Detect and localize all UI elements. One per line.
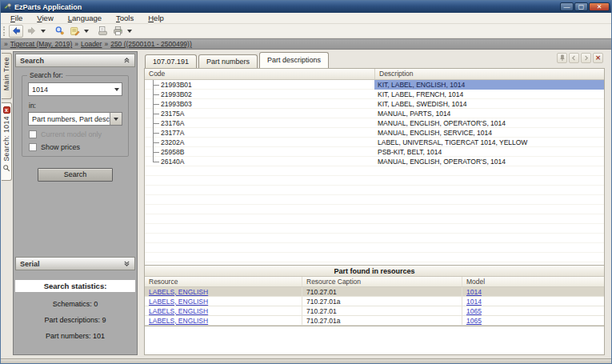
checkbox-icon[interactable] bbox=[29, 143, 37, 151]
column-header-description[interactable]: Description bbox=[374, 69, 604, 79]
table-row[interactable]: 23202ALABEL, UNIVERSAL, TIGERCAT 1014, Y… bbox=[145, 138, 604, 147]
column-header-code[interactable]: Code bbox=[145, 69, 374, 79]
magnifier-icon bbox=[2, 164, 10, 172]
model-link[interactable]: 1014 bbox=[466, 288, 482, 296]
cell-description[interactable]: LABEL, UNIVERSAL, TIGERCAT 1014, YELLOW bbox=[374, 138, 604, 147]
notes-button[interactable] bbox=[67, 25, 82, 38]
toolbar bbox=[1, 24, 611, 38]
table-row[interactable]: 23176AMANUAL, ENGLISH, OPERATOR'S, 1014 bbox=[145, 118, 604, 128]
table-row[interactable]: LABELS, ENGLISH710.27.011065 bbox=[145, 306, 604, 316]
menu-bar: FileViewLanguageToolsHelp bbox=[1, 13, 611, 24]
breadcrumb-link[interactable]: 250 ((2500101 - 2500499)) bbox=[110, 40, 192, 48]
close-button[interactable]: ✕ bbox=[589, 2, 610, 11]
title-bar[interactable]: EzParts Application — ▢ ✕ bbox=[1, 1, 611, 13]
cell-description[interactable]: MANUAL, ENGLISH, OPERATOR'S, 1014 bbox=[374, 157, 604, 166]
menu-item-file[interactable]: File bbox=[4, 13, 29, 24]
table-row[interactable]: 21993B01KIT, LABEL, ENGLISH, 1014 bbox=[145, 80, 604, 90]
column-header-resource[interactable]: Resource bbox=[145, 277, 302, 286]
pin-button[interactable] bbox=[557, 53, 567, 63]
tab-part-numbers[interactable]: Part numbers bbox=[198, 54, 258, 68]
table-row[interactable]: 23177AMANUAL, ENGLISH, SERVICE, 1014 bbox=[145, 128, 604, 138]
code-text: 23175A bbox=[161, 110, 184, 118]
serial-panel-title: Serial bbox=[20, 260, 40, 268]
breadcrumb-separator-icon: » bbox=[104, 40, 108, 48]
breadcrumb: »Tigercat (May, 2019)»Loader»250 ((25001… bbox=[1, 38, 611, 50]
scroll-tabs-right-button[interactable] bbox=[581, 53, 591, 63]
show-prices-checkbox[interactable]: Show prices bbox=[29, 143, 122, 151]
table-row[interactable]: 25958BPSB-KIT, BELT, 1014 bbox=[145, 147, 604, 157]
resource-link[interactable]: LABELS, ENGLISH bbox=[149, 288, 208, 296]
sidebar-tab-main-tree[interactable]: Main Tree bbox=[2, 53, 12, 99]
close-icon[interactable]: x bbox=[3, 106, 10, 114]
printer-icon bbox=[113, 26, 123, 36]
model-link[interactable]: 1065 bbox=[466, 317, 482, 325]
sidebar-tab-search[interactable]: x Search: 1014 bbox=[2, 102, 12, 181]
cell-resource-caption: 710.27.01 bbox=[302, 306, 462, 315]
menu-item-language[interactable]: Language bbox=[62, 13, 108, 24]
cell-description[interactable]: MANUAL, ENGLISH, OPERATOR'S, 1014 bbox=[374, 118, 604, 128]
table-row[interactable]: LABELS, ENGLISH710.27.011014 bbox=[145, 287, 604, 297]
caret-down-icon bbox=[41, 30, 46, 33]
resources-title: Part found in resources bbox=[145, 266, 604, 277]
menu-item-tools[interactable]: Tools bbox=[110, 13, 140, 24]
column-header-resource-caption[interactable]: Resource Caption bbox=[302, 277, 462, 286]
table-row[interactable]: 21993B03KIT, LABEL, SWEDISH, 1014 bbox=[145, 99, 604, 109]
model-link[interactable]: 1014 bbox=[466, 298, 482, 306]
chevron-left-icon bbox=[570, 54, 578, 62]
collapse-icon bbox=[123, 260, 130, 267]
print-button[interactable] bbox=[110, 25, 125, 38]
cell-description[interactable]: KIT, LABEL, FRENCH, 1014 bbox=[374, 90, 604, 99]
breadcrumb-link[interactable]: Tigercat (May, 2019) bbox=[10, 40, 72, 48]
serial-panel-header[interactable]: Serial bbox=[15, 257, 135, 270]
back-button[interactable] bbox=[9, 25, 23, 38]
cell-code: 23175A bbox=[145, 109, 374, 118]
resource-link[interactable]: LABELS, ENGLISH bbox=[149, 307, 208, 315]
cell-description[interactable]: MANUAL, PARTS, 1014 bbox=[374, 109, 604, 118]
history-dropdown[interactable] bbox=[39, 25, 46, 38]
column-header-model[interactable]: Model bbox=[462, 277, 604, 286]
table-row[interactable]: LABELS, ENGLISH710.27.01a1014 bbox=[145, 297, 604, 306]
checkbox-icon[interactable] bbox=[29, 130, 37, 138]
tab-part-descriptions[interactable]: Part descriptions bbox=[259, 52, 329, 68]
table-row[interactable]: 23175AMANUAL, PARTS, 1014 bbox=[145, 109, 604, 118]
search-in-combobox[interactable]: Part numbers, Part descriptio... bbox=[28, 112, 122, 126]
code-text: 23177A bbox=[161, 129, 184, 137]
breadcrumb-link[interactable]: Loader bbox=[81, 40, 102, 48]
search-button[interactable]: Search bbox=[38, 168, 113, 182]
menu-item-help[interactable]: Help bbox=[142, 13, 170, 24]
forward-button[interactable] bbox=[24, 25, 38, 38]
table-row[interactable]: 21993B02KIT, LABEL, FRENCH, 1014 bbox=[145, 90, 604, 99]
scroll-tabs-left-button[interactable] bbox=[569, 53, 579, 63]
tree-connector-icon bbox=[150, 80, 161, 90]
cell-code: 26140A bbox=[145, 157, 374, 166]
search-term-combobox[interactable]: 1014 bbox=[28, 82, 122, 96]
tab-107-07-191[interactable]: 107.07.191 bbox=[145, 54, 197, 68]
print-preview-icon bbox=[98, 26, 108, 36]
cell-resource-caption: 710.27.01 bbox=[302, 287, 462, 296]
minimize-button[interactable]: — bbox=[560, 2, 574, 11]
cell-description[interactable]: KIT, LABEL, SWEDISH, 1014 bbox=[374, 99, 604, 109]
cell-description[interactable]: MANUAL, ENGLISH, SERVICE, 1014 bbox=[374, 128, 604, 138]
search-panel-header[interactable]: Search bbox=[15, 54, 135, 67]
table-row[interactable]: LABELS, ENGLISH710.27.01a1065 bbox=[145, 316, 604, 326]
combobox-drop-button[interactable] bbox=[110, 113, 122, 125]
cell-description[interactable]: PSB-KIT, BELT, 1014 bbox=[374, 147, 604, 157]
tree-connector-icon bbox=[150, 157, 161, 166]
search-tool-button[interactable] bbox=[52, 25, 66, 38]
group-label: Search for: bbox=[27, 71, 66, 79]
parts-table-body: 21993B01KIT, LABEL, ENGLISH, 101421993B0… bbox=[145, 80, 604, 265]
maximize-button[interactable]: ▢ bbox=[574, 2, 588, 11]
menu-item-view[interactable]: View bbox=[30, 13, 59, 24]
resource-link[interactable]: LABELS, ENGLISH bbox=[149, 298, 208, 306]
cell-description[interactable]: KIT, LABEL, ENGLISH, 1014 bbox=[374, 80, 604, 90]
close-icon: ✕ bbox=[595, 54, 601, 62]
model-link[interactable]: 1065 bbox=[466, 307, 482, 315]
resource-link[interactable]: LABELS, ENGLISH bbox=[149, 317, 208, 325]
close-tab-button[interactable]: ✕ bbox=[593, 53, 603, 63]
current-model-only-checkbox[interactable]: Current model only bbox=[29, 130, 122, 138]
print-preview-button[interactable] bbox=[95, 25, 110, 38]
notes-dropdown[interactable] bbox=[82, 25, 90, 38]
table-row[interactable]: 26140AMANUAL, ENGLISH, OPERATOR'S, 1014 bbox=[145, 157, 604, 166]
collapse-icon bbox=[123, 57, 130, 64]
print-dropdown[interactable] bbox=[126, 25, 133, 38]
